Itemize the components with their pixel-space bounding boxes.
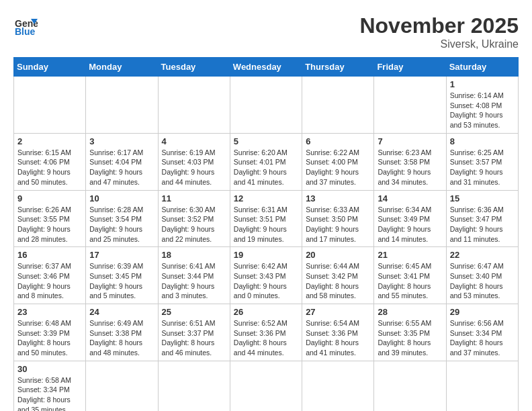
- day-number: 22: [450, 250, 515, 260]
- day-sun-info: Sunrise: 6:56 AM Sunset: 3:34 PM Dayligh…: [450, 318, 515, 358]
- day-sun-info: Sunrise: 6:49 AM Sunset: 3:38 PM Dayligh…: [89, 318, 154, 358]
- calendar-day-cell: 17Sunrise: 6:39 AM Sunset: 3:45 PM Dayli…: [86, 247, 158, 304]
- day-sun-info: Sunrise: 6:23 AM Sunset: 3:58 PM Dayligh…: [378, 148, 442, 187]
- day-number: 2: [17, 136, 82, 146]
- calendar-day-cell: 28Sunrise: 6:55 AM Sunset: 3:35 PM Dayli…: [374, 304, 446, 361]
- day-number: 14: [378, 193, 442, 203]
- day-number: 19: [234, 250, 298, 260]
- day-number: 13: [306, 193, 370, 203]
- calendar-day-cell: 25Sunrise: 6:51 AM Sunset: 3:37 PM Dayli…: [158, 304, 230, 361]
- day-sun-info: Sunrise: 6:51 AM Sunset: 3:37 PM Dayligh…: [162, 318, 226, 358]
- day-number: 12: [234, 193, 298, 203]
- calendar-table: SundayMondayTuesdayWednesdayThursdayFrid…: [13, 57, 519, 411]
- day-number: 3: [89, 136, 154, 146]
- day-number: 8: [450, 136, 515, 146]
- weekday-header-cell: Thursday: [302, 58, 374, 77]
- day-sun-info: Sunrise: 6:17 AM Sunset: 4:04 PM Dayligh…: [89, 148, 154, 187]
- day-sun-info: Sunrise: 6:54 AM Sunset: 3:36 PM Dayligh…: [306, 318, 370, 358]
- weekday-header-row: SundayMondayTuesdayWednesdayThursdayFrid…: [14, 58, 519, 77]
- logo: General Blue: [13, 13, 38, 38]
- calendar-day-cell: 26Sunrise: 6:52 AM Sunset: 3:36 PM Dayli…: [230, 304, 302, 361]
- calendar-day-cell: 2Sunrise: 6:15 AM Sunset: 4:06 PM Daylig…: [14, 133, 86, 190]
- day-sun-info: Sunrise: 6:26 AM Sunset: 3:55 PM Dayligh…: [17, 205, 82, 244]
- calendar-day-cell: 15Sunrise: 6:36 AM Sunset: 3:47 PM Dayli…: [446, 190, 518, 247]
- day-sun-info: Sunrise: 6:36 AM Sunset: 3:47 PM Dayligh…: [450, 205, 515, 244]
- calendar-day-cell: [446, 361, 518, 411]
- day-sun-info: Sunrise: 6:22 AM Sunset: 4:00 PM Dayligh…: [306, 148, 370, 187]
- day-sun-info: Sunrise: 6:47 AM Sunset: 3:40 PM Dayligh…: [450, 261, 515, 301]
- calendar-week-row: 2Sunrise: 6:15 AM Sunset: 4:06 PM Daylig…: [14, 133, 519, 190]
- day-number: 4: [162, 136, 226, 146]
- day-number: 25: [162, 307, 226, 317]
- day-sun-info: Sunrise: 6:14 AM Sunset: 4:08 PM Dayligh…: [450, 91, 515, 130]
- calendar-day-cell: [302, 77, 374, 134]
- day-number: 17: [89, 250, 154, 260]
- day-sun-info: Sunrise: 6:52 AM Sunset: 3:36 PM Dayligh…: [234, 318, 298, 358]
- day-sun-info: Sunrise: 6:39 AM Sunset: 3:45 PM Dayligh…: [89, 261, 154, 301]
- day-number: 20: [306, 250, 370, 260]
- calendar-day-cell: 6Sunrise: 6:22 AM Sunset: 4:00 PM Daylig…: [302, 133, 374, 190]
- calendar-body: 1Sunrise: 6:14 AM Sunset: 4:08 PM Daylig…: [14, 77, 519, 412]
- calendar-day-cell: 1Sunrise: 6:14 AM Sunset: 4:08 PM Daylig…: [446, 77, 518, 134]
- day-number: 6: [306, 136, 370, 146]
- day-sun-info: Sunrise: 6:19 AM Sunset: 4:03 PM Dayligh…: [162, 148, 226, 187]
- day-sun-info: Sunrise: 6:30 AM Sunset: 3:52 PM Dayligh…: [162, 205, 226, 244]
- day-number: 9: [17, 193, 82, 203]
- calendar-day-cell: 18Sunrise: 6:41 AM Sunset: 3:44 PM Dayli…: [158, 247, 230, 304]
- calendar-day-cell: 9Sunrise: 6:26 AM Sunset: 3:55 PM Daylig…: [14, 190, 86, 247]
- day-sun-info: Sunrise: 6:28 AM Sunset: 3:54 PM Dayligh…: [89, 205, 154, 244]
- day-sun-info: Sunrise: 6:31 AM Sunset: 3:51 PM Dayligh…: [234, 205, 298, 244]
- calendar-day-cell: 24Sunrise: 6:49 AM Sunset: 3:38 PM Dayli…: [86, 304, 158, 361]
- day-number: 16: [17, 250, 82, 260]
- weekday-header-cell: Sunday: [14, 58, 86, 77]
- calendar-day-cell: [230, 77, 302, 134]
- day-number: 28: [378, 307, 442, 317]
- calendar-week-row: 23Sunrise: 6:48 AM Sunset: 3:39 PM Dayli…: [14, 304, 519, 361]
- location-subtitle: Siversk, Ukraine: [359, 38, 519, 50]
- calendar-day-cell: 13Sunrise: 6:33 AM Sunset: 3:50 PM Dayli…: [302, 190, 374, 247]
- calendar-week-row: 30Sunrise: 6:58 AM Sunset: 3:34 PM Dayli…: [14, 361, 519, 411]
- day-sun-info: Sunrise: 6:34 AM Sunset: 3:49 PM Dayligh…: [378, 205, 442, 244]
- svg-text:Blue: Blue: [15, 26, 36, 37]
- day-number: 30: [17, 364, 82, 374]
- calendar-day-cell: 30Sunrise: 6:58 AM Sunset: 3:34 PM Dayli…: [14, 361, 86, 411]
- day-sun-info: Sunrise: 6:15 AM Sunset: 4:06 PM Dayligh…: [17, 148, 82, 187]
- calendar-day-cell: 7Sunrise: 6:23 AM Sunset: 3:58 PM Daylig…: [374, 133, 446, 190]
- day-sun-info: Sunrise: 6:45 AM Sunset: 3:41 PM Dayligh…: [378, 261, 442, 301]
- calendar-day-cell: 21Sunrise: 6:45 AM Sunset: 3:41 PM Dayli…: [374, 247, 446, 304]
- weekday-header-cell: Monday: [86, 58, 158, 77]
- calendar-week-row: 16Sunrise: 6:37 AM Sunset: 3:46 PM Dayli…: [14, 247, 519, 304]
- day-number: 5: [234, 136, 298, 146]
- logo-icon: General Blue: [13, 13, 38, 38]
- day-number: 23: [17, 307, 82, 317]
- day-sun-info: Sunrise: 6:37 AM Sunset: 3:46 PM Dayligh…: [17, 261, 82, 301]
- calendar-day-cell: 20Sunrise: 6:44 AM Sunset: 3:42 PM Dayli…: [302, 247, 374, 304]
- calendar-day-cell: 23Sunrise: 6:48 AM Sunset: 3:39 PM Dayli…: [14, 304, 86, 361]
- calendar-day-cell: 22Sunrise: 6:47 AM Sunset: 3:40 PM Dayli…: [446, 247, 518, 304]
- day-number: 27: [306, 307, 370, 317]
- month-year-title: November 2025: [359, 13, 519, 38]
- day-number: 10: [89, 193, 154, 203]
- day-number: 24: [89, 307, 154, 317]
- calendar-day-cell: [374, 77, 446, 134]
- calendar-day-cell: [302, 361, 374, 411]
- day-sun-info: Sunrise: 6:58 AM Sunset: 3:34 PM Dayligh…: [17, 375, 82, 411]
- day-number: 7: [378, 136, 442, 146]
- day-sun-info: Sunrise: 6:48 AM Sunset: 3:39 PM Dayligh…: [17, 318, 82, 358]
- weekday-header-cell: Tuesday: [158, 58, 230, 77]
- calendar-day-cell: 11Sunrise: 6:30 AM Sunset: 3:52 PM Dayli…: [158, 190, 230, 247]
- day-number: 18: [162, 250, 226, 260]
- day-number: 11: [162, 193, 226, 203]
- day-sun-info: Sunrise: 6:44 AM Sunset: 3:42 PM Dayligh…: [306, 261, 370, 301]
- weekday-header-cell: Saturday: [446, 58, 518, 77]
- day-sun-info: Sunrise: 6:25 AM Sunset: 3:57 PM Dayligh…: [450, 148, 515, 187]
- calendar-day-cell: 5Sunrise: 6:20 AM Sunset: 4:01 PM Daylig…: [230, 133, 302, 190]
- calendar-day-cell: 19Sunrise: 6:42 AM Sunset: 3:43 PM Dayli…: [230, 247, 302, 304]
- weekday-header-cell: Friday: [374, 58, 446, 77]
- day-sun-info: Sunrise: 6:33 AM Sunset: 3:50 PM Dayligh…: [306, 205, 370, 244]
- calendar-week-row: 1Sunrise: 6:14 AM Sunset: 4:08 PM Daylig…: [14, 77, 519, 134]
- calendar-day-cell: 3Sunrise: 6:17 AM Sunset: 4:04 PM Daylig…: [86, 133, 158, 190]
- day-number: 15: [450, 193, 515, 203]
- day-sun-info: Sunrise: 6:41 AM Sunset: 3:44 PM Dayligh…: [162, 261, 226, 301]
- calendar-day-cell: [230, 361, 302, 411]
